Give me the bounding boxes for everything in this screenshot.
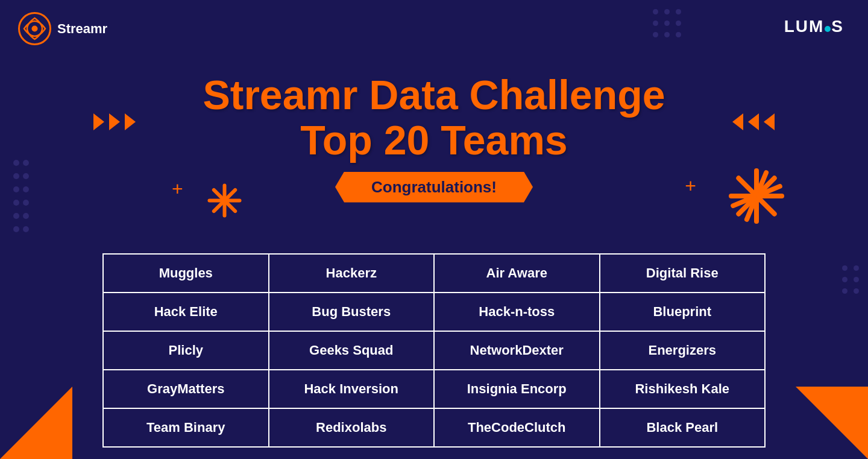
arrow-right-3 <box>732 113 743 130</box>
arrow-left-1 <box>93 113 104 130</box>
table-cell: Energizers <box>600 331 766 370</box>
dots-left-2 <box>23 160 29 232</box>
table-cell: Muggles <box>103 254 269 293</box>
table-cell: Geeks Squad <box>269 331 435 370</box>
congrats-banner: Congratulations! <box>335 172 533 203</box>
table-cell: Team Binary <box>103 408 269 447</box>
table-cell: Black Pearl <box>600 408 766 447</box>
arrow-right-2 <box>748 113 759 130</box>
table-cell: Hack Inversion <box>269 370 435 408</box>
dots-right-mid <box>842 265 859 294</box>
starburst-right <box>723 163 790 232</box>
main-title: Streamr Data Challenge Top 20 Teams <box>163 72 705 163</box>
corner-triangle-bottom-right <box>796 387 868 459</box>
arrow-left-3 <box>125 113 136 130</box>
table-cell: Air Aware <box>434 254 600 293</box>
lumos-dot <box>825 26 831 32</box>
table-cell: Hack-n-toss <box>434 293 600 331</box>
table-cell: GrayMatters <box>103 370 269 408</box>
table-cell: Hack Elite <box>103 293 269 331</box>
logo-text: Streamr <box>57 21 107 37</box>
arrows-left <box>93 113 136 130</box>
arrows-right <box>732 113 775 130</box>
title-section: Streamr Data Challenge Top 20 Teams Cong… <box>163 72 705 203</box>
arrow-right-1 <box>764 113 775 130</box>
table-cell: Plicly <box>103 331 269 370</box>
table-cell: TheCodeClutch <box>434 408 600 447</box>
table-cell: Bug Busters <box>269 293 435 331</box>
title-line2: Top 20 Teams <box>300 117 567 163</box>
table-cell: Insignia Encorp <box>434 370 600 408</box>
lumos-logo: LUMS <box>784 17 844 36</box>
table-cell: Hackerz <box>269 254 435 293</box>
table-cell: Rishikesh Kale <box>600 370 766 408</box>
dots-left <box>13 160 19 232</box>
svg-point-1 <box>32 26 38 32</box>
table-cell: Blueprint <box>600 293 766 331</box>
header: Streamr <box>18 12 107 45</box>
table-cell: NetworkDexter <box>434 331 600 370</box>
streamr-logo: Streamr <box>18 12 107 45</box>
table-cell: Redixolabs <box>269 408 435 447</box>
table-cell: Digital Rise <box>600 254 766 293</box>
teams-table: MugglesHackerzAir AwareDigital RiseHack … <box>102 253 766 448</box>
arrow-left-2 <box>109 113 120 130</box>
title-line1: Streamr Data Challenge <box>203 72 665 118</box>
corner-triangle-bottom-left <box>0 387 72 459</box>
streamr-logo-icon <box>18 12 51 45</box>
